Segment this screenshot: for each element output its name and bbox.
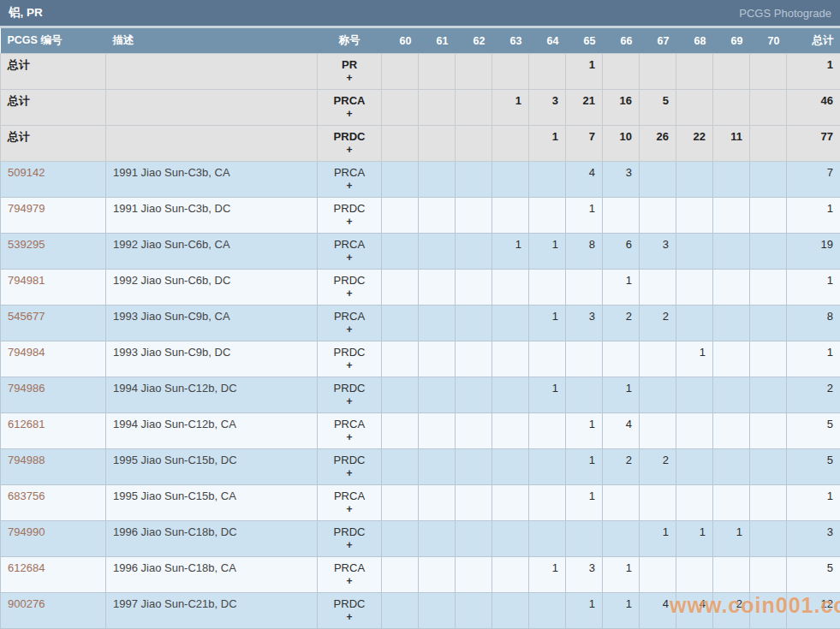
pcgs-number-link[interactable]: 539295 xyxy=(8,238,45,251)
total-row-label: 总计 xyxy=(8,130,30,143)
total-row-label: 总计 xyxy=(8,58,30,71)
grade-count-cell: 4 xyxy=(676,593,713,629)
description-cell: 1992 Jiao Sun-C6b, DC xyxy=(106,270,318,306)
grade-count-cell xyxy=(640,485,676,521)
column-header: 67 xyxy=(640,28,676,54)
pcgs-number-cell: 612681 xyxy=(1,413,106,449)
grade-count-cell: 1 xyxy=(713,521,750,557)
grade-count-cell xyxy=(529,521,566,557)
designation-label: PRDC xyxy=(325,130,374,143)
pcgs-number-link[interactable]: 794984 xyxy=(8,346,45,359)
grade-count-cell: 1 xyxy=(529,377,566,413)
pcgs-number-link[interactable]: 794986 xyxy=(8,382,45,395)
grade-count-cell xyxy=(529,341,566,377)
designation-label: PRCA xyxy=(325,166,374,179)
designation-label: PRCA xyxy=(325,310,374,323)
grade-count-cell xyxy=(640,198,676,234)
grade-count-cell: 3 xyxy=(603,162,640,198)
grade-count-cell xyxy=(640,341,676,377)
grade-count-cell xyxy=(750,593,787,629)
pcgs-number-cell: 794984 xyxy=(1,341,106,377)
table-row: 509142 1991 Jiao Sun-C3b, CA PRCA + 437 xyxy=(1,162,840,198)
grade-count-cell xyxy=(603,485,640,521)
description-cell xyxy=(106,126,318,162)
grade-count-cell xyxy=(492,306,529,341)
grade-count-cell xyxy=(382,90,419,126)
grade-count-cell xyxy=(382,377,419,413)
grade-count-cell xyxy=(456,198,492,234)
pcgs-number-link[interactable]: 612684 xyxy=(8,561,45,574)
designation-label: PRDC xyxy=(325,597,374,610)
grade-count-cell xyxy=(492,126,529,162)
grade-count-cell xyxy=(713,449,750,485)
designation-label: PRCA xyxy=(325,238,374,251)
grade-count-cell: 1 xyxy=(529,126,566,162)
grade-count-cell xyxy=(603,521,640,557)
grade-count-cell: 2 xyxy=(713,593,750,629)
photograde-link[interactable]: PCGS Photograde xyxy=(739,7,831,20)
pcgs-number-link[interactable]: 545677 xyxy=(8,310,45,323)
grade-count-cell: 1 xyxy=(529,234,566,270)
designation-cell: PRCA + xyxy=(318,306,382,341)
grade-count-cell xyxy=(750,377,787,413)
pcgs-number-cell: 900276 xyxy=(1,593,106,629)
table-row: 612684 1996 Jiao Sun-C18b, CA PRCA + 131… xyxy=(1,557,840,593)
row-total-cell: 3 xyxy=(787,521,840,557)
pcgs-number-link[interactable]: 794988 xyxy=(8,454,45,466)
grade-count-cell xyxy=(456,593,492,629)
pcgs-number-link[interactable]: 794979 xyxy=(8,202,45,215)
grade-count-cell xyxy=(566,270,603,306)
description-cell: 1991 Jiao Sun-C3b, DC xyxy=(106,198,318,234)
grade-count-cell xyxy=(750,521,787,557)
pcgs-number-cell: 794979 xyxy=(1,198,106,234)
grade-count-cell xyxy=(750,341,787,377)
table-row: 794986 1994 Jiao Sun-C12b, DC PRDC + 112 xyxy=(1,377,840,413)
grade-count-cell: 1 xyxy=(566,449,603,485)
grade-count-cell xyxy=(419,90,456,126)
description-cell: 1995 Jiao Sun-C15b, CA xyxy=(106,485,318,521)
grade-count-cell xyxy=(382,162,419,198)
row-total-cell: 19 xyxy=(787,234,840,270)
pcgs-number-link[interactable]: 509142 xyxy=(8,166,45,179)
grade-count-cell xyxy=(676,162,713,198)
designation-label: PR xyxy=(325,58,374,71)
grade-count-cell xyxy=(456,270,492,306)
table-row: 545677 1993 Jiao Sun-C9b, CA PRCA + 1322… xyxy=(1,306,840,341)
row-total-cell: 7 xyxy=(787,162,840,198)
grade-count-cell xyxy=(750,234,787,270)
grade-count-cell xyxy=(419,126,456,162)
top-header-bar: 铝, PR PCGS Photograde xyxy=(0,0,840,28)
row-total-cell: 12 xyxy=(787,593,840,629)
grade-count-cell: 11 xyxy=(713,126,750,162)
pcgs-number-link[interactable]: 683756 xyxy=(8,490,45,502)
designation-label: PRDC xyxy=(325,274,374,287)
column-header: 61 xyxy=(419,28,456,54)
plus-label: + xyxy=(325,216,374,228)
population-table: PCGS 编号描述称号6061626364656667686970总计 总计 P… xyxy=(0,28,840,629)
grade-count-cell xyxy=(529,162,566,198)
grade-count-cell xyxy=(456,90,492,126)
pcgs-number-link[interactable]: 794990 xyxy=(8,525,45,538)
grade-count-cell xyxy=(492,485,529,521)
designation-cell: PRCA + xyxy=(318,234,382,270)
grade-count-cell xyxy=(713,485,750,521)
grade-count-cell: 1 xyxy=(603,377,640,413)
pcgs-number-link[interactable]: 612681 xyxy=(8,418,45,430)
grade-count-cell xyxy=(492,413,529,449)
grade-count-cell: 7 xyxy=(566,126,603,162)
grade-count-cell xyxy=(382,198,419,234)
pcgs-number-cell: 总计 xyxy=(1,126,106,162)
grade-count-cell xyxy=(419,54,456,90)
grade-count-cell xyxy=(713,413,750,449)
grade-count-cell xyxy=(529,449,566,485)
pcgs-number-link[interactable]: 794981 xyxy=(8,274,45,287)
grade-count-cell: 2 xyxy=(640,306,676,341)
plus-label: + xyxy=(325,611,374,624)
pcgs-number-link[interactable]: 900276 xyxy=(8,597,45,610)
description-cell: 1995 Jiao Sun-C15b, DC xyxy=(106,449,318,485)
grade-count-cell: 1 xyxy=(566,54,603,90)
grade-count-cell: 22 xyxy=(676,126,713,162)
plus-label: + xyxy=(325,359,374,372)
grade-count-cell xyxy=(529,593,566,629)
column-header: 64 xyxy=(529,28,566,54)
